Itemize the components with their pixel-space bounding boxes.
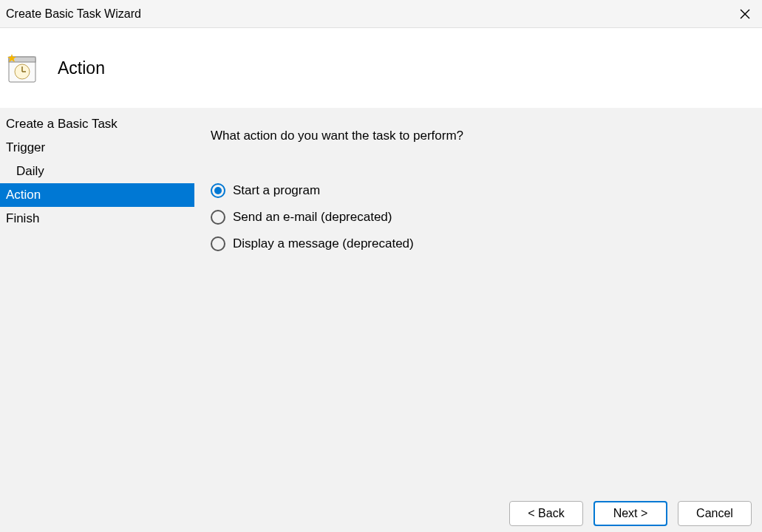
- wizard-header: Action: [0, 28, 762, 108]
- wizard-footer: < Back Next > Cancel: [0, 498, 762, 532]
- window-title: Create Basic Task Wizard: [6, 7, 141, 21]
- radio-icon: [211, 210, 225, 225]
- action-option-1[interactable]: Send an e-mail (deprecated): [211, 210, 746, 225]
- task-wizard-icon: [6, 52, 37, 83]
- wizard-steps-sidebar: Create a Basic TaskTriggerDailyActionFin…: [0, 108, 194, 498]
- action-option-0[interactable]: Start a program: [211, 183, 746, 198]
- close-button[interactable]: [728, 0, 762, 28]
- radio-label: Display a message (deprecated): [233, 236, 414, 251]
- radio-icon: [211, 236, 225, 251]
- action-option-2[interactable]: Display a message (deprecated): [211, 236, 746, 251]
- sidebar-step-daily[interactable]: Daily: [0, 160, 194, 183]
- page-title: Action: [58, 58, 105, 78]
- radio-label: Send an e-mail (deprecated): [233, 210, 392, 225]
- radio-label: Start a program: [233, 183, 320, 198]
- close-icon: [740, 9, 750, 19]
- back-button[interactable]: < Back: [509, 501, 583, 526]
- titlebar: Create Basic Task Wizard: [0, 0, 762, 28]
- action-prompt: What action do you want the task to perf…: [211, 129, 746, 143]
- content-area: Create a Basic TaskTriggerDailyActionFin…: [0, 108, 762, 498]
- radio-icon: [211, 183, 225, 198]
- cancel-button[interactable]: Cancel: [678, 501, 752, 526]
- sidebar-step-action[interactable]: Action: [0, 183, 194, 207]
- sidebar-step-trigger[interactable]: Trigger: [0, 136, 194, 160]
- sidebar-step-create-a-basic-task[interactable]: Create a Basic Task: [0, 112, 194, 136]
- main-panel: What action do you want the task to perf…: [194, 108, 762, 498]
- next-button[interactable]: Next >: [593, 501, 667, 526]
- sidebar-step-finish[interactable]: Finish: [0, 207, 194, 231]
- action-radio-group: Start a programSend an e-mail (deprecate…: [211, 183, 746, 251]
